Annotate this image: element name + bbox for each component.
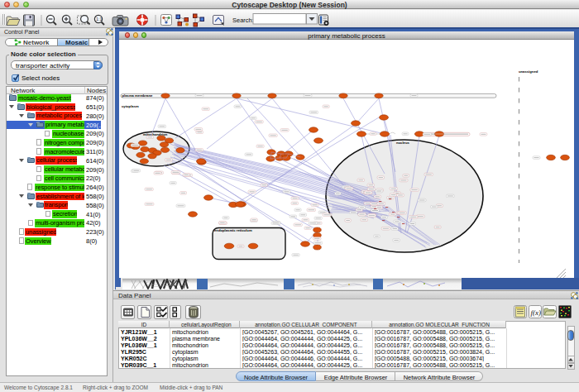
svg-text:1:1: 1:1: [96, 17, 103, 22]
svg-text:cytoplasm: cytoplasm: [122, 104, 139, 108]
svg-text:nucleus: nucleus: [396, 141, 409, 145]
svg-text:endoplasmic reticulum: endoplasmic reticulum: [214, 228, 252, 232]
svg-text:Search:: Search:: [232, 17, 254, 24]
svg-text:f(x): f(x): [531, 308, 542, 317]
svg-text:plasma membrane: plasma membrane: [122, 93, 153, 98]
svg-text:unassigned: unassigned: [519, 69, 538, 74]
